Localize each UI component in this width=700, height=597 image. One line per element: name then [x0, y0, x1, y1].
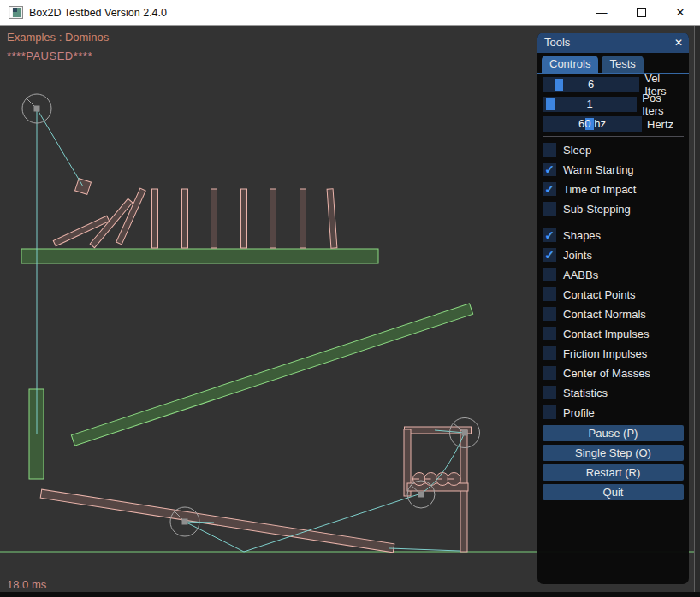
hertz-label: Hertz: [647, 118, 673, 131]
content-area: Examples : Dominos ****PAUSED**** 18.0 m…: [0, 26, 700, 592]
minimize-icon: —: [596, 6, 608, 19]
app-icon: [9, 6, 23, 19]
checkbox-sub-stepping[interactable]: Sub-Stepping: [543, 202, 684, 216]
window-bottom-edge: [0, 592, 700, 597]
domino[interactable]: [211, 189, 217, 248]
checkbox-warm-starting[interactable]: ✓ Warm Starting: [543, 163, 684, 176]
window-title: Box2D Testbed Version 2.4.0: [29, 7, 582, 19]
checkbox-time-of-impact[interactable]: ✓ Time of Impact: [543, 182, 684, 196]
domino[interactable]: [182, 189, 188, 248]
domino[interactable]: [300, 189, 306, 248]
tools-panel-title: Tools: [544, 36, 570, 49]
vel-iters-slider[interactable]: 6: [543, 77, 639, 92]
checkbox-box: [543, 405, 556, 419]
checkbox-contact-points[interactable]: Contact Points: [543, 287, 684, 301]
checkbox-box: ✓: [543, 163, 556, 176]
checkbox-friction-impulses[interactable]: Friction Impulses: [543, 346, 684, 360]
checkmark-icon: ✓: [544, 182, 555, 196]
close-icon: ✕: [676, 6, 685, 19]
seesaw-plank[interactable]: [40, 489, 394, 553]
single-step-button[interactable]: Single Step (O): [543, 445, 684, 461]
tab-controls[interactable]: Controls: [542, 56, 598, 73]
checkbox-statistics[interactable]: Statistics: [543, 386, 684, 399]
checkbox-box: [543, 143, 556, 157]
maximize-icon: [637, 8, 646, 17]
pos-iters-row: 1 Pos Iters: [543, 97, 684, 112]
tools-close-button[interactable]: ✕: [671, 35, 686, 50]
checkbox-joints[interactable]: ✓ Joints: [543, 248, 684, 262]
checkbox-box: [543, 268, 556, 281]
checkbox-box: ✓: [543, 248, 556, 262]
checkmark-icon: ✓: [544, 228, 555, 242]
domino[interactable]: [270, 189, 276, 248]
ramp: [71, 304, 472, 446]
checkmark-icon: ✓: [544, 163, 555, 176]
tools-panel-titlebar[interactable]: Tools ✕: [537, 33, 689, 53]
hertz-row: 60 hz Hertz: [543, 116, 684, 132]
window-controls: — ✕: [582, 0, 700, 26]
checkbox-contact-normals[interactable]: Contact Normals: [543, 307, 684, 321]
checkbox-box: [543, 307, 556, 321]
hertz-slider[interactable]: 60 hz: [543, 116, 642, 132]
checkbox-box: [543, 386, 556, 399]
joint-anchor-points: [34, 106, 468, 525]
checkbox-sleep[interactable]: Sleep: [543, 143, 684, 157]
pos-iters-label: Pos Iters: [642, 92, 684, 117]
restart-button[interactable]: Restart (R): [543, 464, 684, 481]
window-titlebar[interactable]: Box2D Testbed Version 2.4.0 — ✕: [0, 0, 700, 26]
checkbox-box: ✓: [543, 182, 556, 196]
quit-button[interactable]: Quit: [543, 484, 684, 500]
checkbox-box: [543, 327, 556, 340]
cradle-frame[interactable]: [404, 427, 472, 552]
separator: [543, 222, 684, 222]
checkbox-box: [543, 202, 556, 216]
checkbox-box: ✓: [543, 228, 556, 242]
checkbox-contact-impulses[interactable]: Contact Impulses: [543, 327, 684, 340]
maximize-button[interactable]: [621, 0, 661, 26]
domino-tilted[interactable]: [327, 189, 337, 248]
checkbox-profile[interactable]: Profile: [543, 405, 684, 419]
checkbox-box: [543, 366, 556, 380]
window-right-edge: [695, 26, 700, 592]
tools-panel-body: 6 Vel Iters 1 Pos Iters 60 hz: [537, 74, 689, 500]
vel-iters-row: 6 Vel Iters: [543, 77, 684, 92]
domino[interactable]: [241, 189, 247, 248]
checkbox-aabbs[interactable]: AABBs: [543, 268, 684, 281]
minimize-button[interactable]: —: [582, 0, 621, 26]
tools-tab-bar: Controls Tests: [537, 56, 689, 74]
separator: [543, 136, 684, 137]
static-platform: [21, 249, 378, 263]
checkbox-box: [543, 287, 556, 301]
checkbox-box: [543, 346, 556, 360]
checkmark-icon: ✓: [544, 248, 555, 262]
checkbox-center-of-masses[interactable]: Center of Masses: [543, 366, 684, 380]
close-button[interactable]: ✕: [661, 0, 700, 26]
tools-panel: Tools ✕ Controls Tests 6 Vel Iters: [537, 33, 689, 584]
pause-button[interactable]: Pause (P): [543, 425, 684, 441]
checkbox-shapes[interactable]: ✓ Shapes: [543, 228, 684, 242]
app-window: Box2D Testbed Version 2.4.0 — ✕: [0, 0, 700, 597]
tab-tests[interactable]: Tests: [602, 56, 643, 73]
pos-iters-slider[interactable]: 1: [543, 97, 637, 112]
domino[interactable]: [152, 189, 158, 248]
